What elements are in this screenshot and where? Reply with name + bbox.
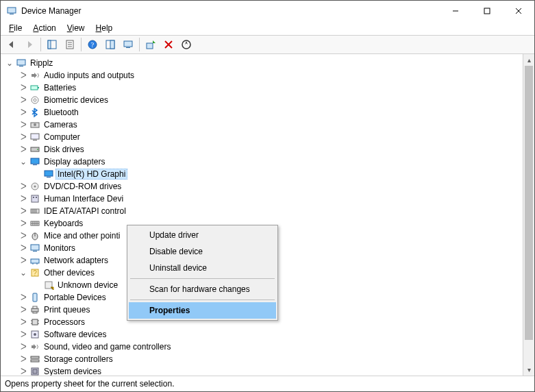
forward-button[interactable] — [21, 37, 38, 52]
menu-help[interactable]: Help — [90, 23, 119, 34]
tree-item[interactable]: ᐳIDE ATA/ATAPI control — [3, 205, 523, 217]
svg-point-35 — [34, 123, 36, 126]
scroll-up-icon[interactable]: ▴ — [523, 54, 534, 66]
update-driver-button[interactable] — [142, 37, 159, 52]
tree-item-label: Other devices — [42, 267, 97, 278]
scroll-track[interactable] — [523, 66, 534, 364]
svg-text:?: ? — [91, 41, 95, 49]
expand-toggle-icon[interactable]: ᐳ — [18, 219, 28, 228]
context-menu-separator — [130, 278, 275, 279]
context-menu-item[interactable]: Disable device — [129, 243, 276, 260]
menu-view[interactable]: View — [62, 23, 90, 34]
expand-toggle-icon[interactable]: ᐳ — [18, 342, 28, 352]
tree-item[interactable]: Intel(R) HD Graphi — [3, 168, 523, 180]
expand-toggle-icon[interactable]: ᐳ — [18, 120, 28, 130]
tree-item[interactable]: ᐳBiometric devices — [3, 94, 523, 106]
tree-item[interactable]: ᐳBluetooth — [3, 106, 523, 119]
network-icon — [29, 255, 40, 266]
tree-item-label: Computer — [42, 132, 82, 143]
expand-toggle-icon[interactable]: ᐳ — [18, 317, 28, 327]
tree-item[interactable]: ᐳBatteries — [3, 82, 523, 94]
expand-toggle-icon[interactable]: ⌄ — [5, 58, 14, 68]
tree-item[interactable]: ⌄Display adapters — [3, 156, 523, 168]
expand-toggle-icon[interactable]: ᐳ — [18, 330, 28, 339]
battery-icon — [29, 82, 40, 93]
expand-toggle-icon[interactable]: ᐳ — [18, 182, 28, 191]
context-menu-item[interactable]: Properties — [129, 302, 276, 319]
expand-toggle-icon[interactable]: ᐳ — [18, 367, 28, 376]
tree-item-label: Biometric devices — [42, 95, 110, 106]
tree-item-label: Mice and other pointi — [42, 230, 122, 241]
tree-item-label: Display adapters — [42, 156, 107, 167]
tree-item[interactable]: ᐳAudio inputs and outputs — [3, 69, 523, 82]
expand-toggle-icon[interactable]: ᐳ — [18, 132, 28, 142]
expand-toggle-icon[interactable]: ᐳ — [18, 95, 28, 105]
tree-item-label: Portable Devices — [42, 292, 108, 303]
tree-item-label: Keyboards — [42, 218, 85, 229]
minimize-button[interactable] — [440, 1, 471, 21]
expand-toggle-icon[interactable]: ᐳ — [18, 243, 28, 253]
expand-toggle-icon[interactable]: ᐳ — [18, 231, 28, 241]
maximize-button[interactable] — [471, 1, 503, 21]
toggle-spacer — [32, 169, 42, 179]
display-icon — [29, 156, 40, 167]
expand-toggle-icon[interactable]: ᐳ — [18, 293, 28, 302]
tree-item[interactable]: ᐳHuman Interface Devi — [3, 193, 523, 205]
scan-hardware-button[interactable] — [178, 37, 195, 52]
expand-toggle-icon[interactable]: ᐳ — [18, 354, 28, 364]
tree-item[interactable]: ᐳSystem devices — [3, 365, 523, 376]
back-button[interactable] — [3, 37, 20, 52]
tree-item-label: Monitors — [42, 243, 77, 254]
tree-item-label: Processors — [42, 317, 87, 328]
help-button[interactable]: ? — [84, 37, 101, 52]
tree-item[interactable]: ᐳComputer — [3, 131, 523, 143]
expand-toggle-icon[interactable]: ᐳ — [18, 83, 28, 93]
tree-item[interactable]: ᐳSoftware devices — [3, 328, 523, 341]
svg-point-33 — [34, 99, 36, 101]
show-hide-tree-button[interactable] — [44, 37, 60, 52]
scroll-down-icon[interactable]: ▾ — [523, 364, 534, 376]
vertical-scrollbar[interactable]: ▴ ▾ — [523, 54, 534, 376]
scroll-thumb[interactable] — [525, 66, 533, 340]
tree-root[interactable]: ⌄Ripplz — [3, 57, 523, 69]
tree-item[interactable]: ᐳDVD/CD-ROM drives — [3, 180, 523, 193]
device-tree[interactable]: ⌄RipplzᐳAudio inputs and outputsᐳBatteri… — [1, 54, 523, 376]
tree-item[interactable]: ᐳStorage controllers — [3, 353, 523, 365]
close-button[interactable] — [503, 1, 534, 21]
show-hidden-button[interactable] — [102, 37, 119, 52]
tree-item[interactable]: ᐳDisk drives — [3, 143, 523, 156]
svg-rect-30 — [31, 86, 38, 90]
uninstall-button[interactable] — [160, 37, 177, 52]
tree-item-label: Human Interface Devi — [42, 193, 125, 204]
tree-item-label: Batteries — [42, 82, 78, 93]
expand-toggle-icon[interactable]: ᐳ — [18, 256, 28, 265]
tree-item[interactable]: ᐳCameras — [3, 119, 523, 131]
audio-icon — [29, 70, 40, 81]
tree-item-label: Software devices — [42, 329, 108, 340]
menu-file[interactable]: File — [3, 23, 27, 34]
tree-item[interactable]: ᐳSound, video and game controllers — [3, 341, 523, 353]
expand-toggle-icon[interactable]: ᐳ — [18, 206, 28, 216]
svg-marker-83 — [34, 344, 36, 350]
context-menu-item[interactable]: Update driver — [129, 227, 276, 243]
expand-toggle-icon[interactable]: ᐳ — [18, 108, 28, 117]
context-menu-item[interactable]: Uninstall device — [129, 260, 276, 276]
ide-icon — [29, 206, 40, 217]
properties-button[interactable] — [62, 37, 78, 52]
menu-action[interactable]: Action — [27, 23, 61, 34]
monitor-button[interactable] — [120, 37, 136, 52]
svg-rect-87 — [33, 369, 37, 373]
expand-toggle-icon[interactable]: ᐳ — [18, 194, 28, 204]
tree-item-label: Bluetooth — [42, 107, 81, 118]
tree-item-label: Unknown device — [55, 280, 120, 291]
expand-toggle-icon[interactable]: ⌄ — [18, 157, 28, 167]
keyboard-icon — [29, 218, 40, 229]
expand-toggle-icon[interactable]: ᐳ — [18, 71, 28, 80]
expand-toggle-icon[interactable]: ᐳ — [18, 305, 28, 315]
svg-point-81 — [34, 333, 36, 336]
expand-toggle-icon[interactable]: ᐳ — [18, 145, 28, 154]
svg-rect-85 — [31, 360, 39, 362]
svg-point-39 — [37, 149, 38, 150]
expand-toggle-icon[interactable]: ⌄ — [18, 268, 28, 278]
context-menu-item[interactable]: Scan for hardware changes — [129, 281, 276, 297]
